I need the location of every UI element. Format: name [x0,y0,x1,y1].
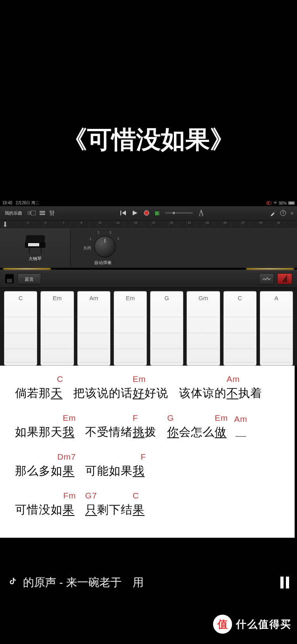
lyric-seg: 好好说 Em [133,385,168,401]
status-right: 90% [266,200,295,206]
screen-recording-icon [266,201,272,205]
pause-button[interactable] [280,577,289,588]
chord-pad-label: Gm [187,295,219,301]
chord-label: C [57,374,63,384]
sustain-switch[interactable] [5,274,14,284]
lyric-seg: 你会怎么 G [167,424,215,440]
lyric-seg: 只剩下结 G7 [85,502,133,518]
lyric-line-2: 如果那天我 Em 不受情绪挑拨 F 你会怎么 G 做 Em Am [15,424,284,440]
svg-point-10 [53,211,54,213]
lyric-seg: 那么多如果 Dm7 [15,463,74,479]
add-track-button[interactable]: + [290,210,294,217]
lyric-seg: Am [234,426,246,439]
lyric-seg: 做 Em [215,424,227,440]
audio-source-marquee[interactable]: 的原声 - 来一碗老于 用 [23,575,275,590]
ipad-status-bar: 18:40 2月26日 周二 90% [0,200,297,206]
autoplay-panel: 1 2 3 4 关闭 自动弹奏 [70,229,297,268]
wifi-icon [273,201,277,205]
playhead-icon[interactable] [3,222,7,227]
status-date: 2月26日 周二 [15,201,39,205]
help-icon[interactable]: ? [280,210,286,217]
instrument-cell[interactable]: 大钢琴 [0,229,70,268]
sliders-icon[interactable] [49,210,55,217]
battery-percent: 90% [279,201,287,205]
chord-pad[interactable]: Em [114,291,147,366]
douyin-logo-icon[interactable] [8,577,17,588]
svg-marker-17 [199,210,203,216]
smzdm-watermark: 值 什么值得买 [213,615,291,634]
chord-label: Dm7 [57,452,76,462]
svg-text:?: ? [282,211,284,215]
chord-pad-label: Em [114,295,147,301]
chord-label: F [133,413,138,423]
chord-pad[interactable]: Gm [187,291,220,366]
smzdm-badge-icon: 值 [213,615,232,634]
master-slider[interactable] [165,211,193,216]
chord-pad-label: Am [78,295,110,301]
timeline-ticks [8,222,294,227]
lyric-seg: 可惜没如果 Fm [15,502,74,518]
chord-label: C [133,491,139,500]
chord-label: Am [234,414,248,424]
sustain-button[interactable]: 延音 [17,273,41,284]
svg-rect-1 [31,211,36,215]
browser-icon[interactable] [28,211,36,216]
my-songs-button[interactable]: 我的乐曲 [3,209,24,217]
chord-pad[interactable]: A [260,291,293,366]
record-button[interactable] [143,210,150,217]
chord-label: G [167,413,174,423]
chord-label: Em [215,413,228,423]
lyric-line-3: 那么多如果 Dm7 可能如果我 F [15,463,284,479]
rewind-button[interactable] [120,210,127,217]
autoplay-knob[interactable] [94,236,116,257]
lyric-seg: 把该说的话 [73,385,133,401]
chord-pad[interactable]: Em [40,291,74,366]
chord-pad-label: C [4,295,37,301]
svg-rect-11 [120,211,121,215]
level-meter [155,211,160,215]
play-button[interactable] [132,210,138,217]
chord-label: Fm [63,491,76,500]
svg-point-14 [144,211,149,215]
chord-strip: CEmAmEmGGmCA [0,288,297,366]
douyin-bottom-bar: 的原声 - 来一碗老于 用 [0,568,297,597]
metronome-icon[interactable] [198,210,204,217]
title-overlay: 《可惜没如果》 [0,0,297,200]
velocity-button[interactable] [277,273,292,284]
chord-pad[interactable]: C [4,291,37,366]
app-toolbar: 我的乐曲 [0,206,297,220]
arpeggiator-button[interactable] [259,273,274,284]
chord-pad-label: C [224,295,256,301]
lyric-seg: 果 C [133,502,145,518]
chord-label: F [141,452,146,462]
grand-piano-icon [23,235,47,254]
transport-controls [120,210,204,217]
chord-pad-label: G [150,295,183,301]
status-left: 18:40 2月26日 周二 [2,200,39,206]
battery-icon [288,201,295,205]
knob-off-label: 关闭 [83,245,91,251]
lyric-seg: 如果那天我 Em [15,424,74,440]
chord-pad-label: A [260,295,293,301]
chord-label: Em [63,413,76,423]
lyric-seg: 不执着 Am [227,385,262,401]
lyrics-sheet: 倘若那天 C 把该说的话好好说 Em 该体谅的不执着 Am 如果那天我 Em 不… [0,366,295,538]
chord-pad[interactable]: Am [77,291,110,366]
knob-mark-1: 1 [89,237,91,241]
settings-icon[interactable] [270,210,276,217]
lyric-line-1: 倘若那天 C 把该说的话好好说 Em 该体谅的不执着 Am [15,385,284,401]
knob-mark-3: 3 [109,230,111,234]
instrument-label: 大钢琴 [29,256,42,262]
chord-label: G7 [85,491,97,500]
svg-point-8 [50,211,51,212]
chord-pad[interactable]: C [223,291,257,366]
lyric-seg: 不受情绪 [85,424,133,440]
tracks-view-icon[interactable] [40,211,45,216]
garageband-app: 18:40 2月26日 周二 90% 我的乐曲 [0,200,297,366]
svg-marker-13 [133,211,137,215]
keyboard-options-bar: 延音 [0,270,297,288]
timeline-ruler[interactable] [0,220,297,228]
chord-label: Am [227,374,240,384]
chord-pad[interactable]: G [150,291,183,366]
svg-point-16 [172,211,175,215]
